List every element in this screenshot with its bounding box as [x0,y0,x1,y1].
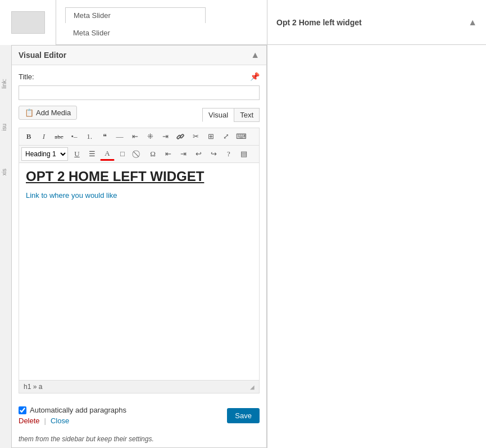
strikethrough-button[interactable]: abc [52,130,66,143]
add-media-button[interactable]: 📋 Add Media [19,106,77,120]
underline-button[interactable]: U [70,147,84,161]
horizontal-rule-button[interactable]: — [112,130,127,143]
title-input[interactable] [19,85,260,100]
right-panel [267,45,486,448]
keyboard-button[interactable]: ⌨ [234,130,248,143]
toolbar-row2: Heading 1 Heading 2 Heading 3 Paragraph … [19,146,259,163]
footer-left: Automatically add paragraphs Delete | Cl… [19,406,126,425]
left-strip: link: isu xis [0,45,11,448]
unlink-button[interactable]: ✂ [188,130,203,143]
logo-placeholder [11,11,45,34]
toolbar: B I abc •– 1. ❝ — ⇤ ⁜ ⇥ ✂ ⊞ ⤢ ⌨ [19,128,260,163]
toolbar-row1: B I abc •– 1. ❝ — ⇤ ⁜ ⇥ ✂ ⊞ ⤢ ⌨ [19,128,259,146]
content-link[interactable]: Link to where you would like [26,191,117,200]
italic-button[interactable]: I [37,130,51,143]
top-left-panel [0,0,56,45]
link-button[interactable] [173,130,188,143]
outdent-button[interactable]: ⇤ [161,147,175,161]
left-strip-label1: link: [1,79,7,89]
resize-handle[interactable]: ◢ [250,384,255,390]
content-heading: OPT 2 HOME LEFT WIDGET [26,169,252,184]
auto-para-label: Automatically add paragraphs [30,406,126,414]
meta-slider-panel: Meta Slider Meta Slider [56,0,267,45]
insert-table-button[interactable]: ⊞ [203,130,218,143]
ordered-list-button[interactable]: 1. [82,130,97,143]
separator: | [44,417,46,425]
unordered-list-button[interactable]: •– [67,130,81,143]
main-content: link: isu xis Visual Editor ▲ Title: 📌 📋… [0,45,486,448]
ve-header-collapse[interactable]: ▲ [251,50,260,60]
bottom-text: them from the sidebar but keep their set… [12,431,266,447]
meta-slider-tab-inactive[interactable]: Meta Slider [65,29,258,37]
title-label: Title: [19,73,34,81]
align-right-button[interactable]: ⇥ [158,130,172,143]
title-row: Title: 📌 [19,72,260,81]
auto-para-checkbox[interactable] [19,406,26,414]
ve-header-title: Visual Editor [19,51,66,60]
ve-body: Title: 📌 📋 Add Media Visual Text B [12,65,266,400]
toggle-visual-button[interactable]: Visual [202,108,234,122]
align-left-button[interactable]: ⇤ [128,130,142,143]
blockquote-button[interactable]: ❝ [97,130,112,143]
toggle-text-button[interactable]: Text [234,108,260,122]
delete-link[interactable]: Delete [19,417,40,425]
save-button[interactable]: Save [227,408,260,423]
indent-button[interactable]: ⇥ [176,147,190,161]
footer-area: Automatically add paragraphs Delete | Cl… [12,400,266,431]
source-button[interactable]: ▤ [237,147,251,161]
help-button[interactable]: ? [221,147,236,161]
undo-button[interactable]: ↩ [191,147,206,161]
add-media-label: Add Media [36,108,71,117]
fullscreen-button[interactable]: ⤢ [219,130,233,143]
ve-header: Visual Editor ▲ [12,46,266,65]
visual-text-toggle: Visual Text [202,108,260,122]
right-widget-header: Opt 2 Home left widget ▲ [267,0,486,45]
add-media-icon: 📋 [25,108,34,117]
justify-button[interactable]: ☰ [85,147,99,161]
title-icon: 📌 [250,72,260,81]
special-char-button[interactable]: Ω [146,147,160,161]
path-label: h1 » a [24,383,42,391]
visual-editor-panel: Visual Editor ▲ Title: 📌 📋 Add Media Vis… [11,45,267,448]
path-bar: h1 » a ◢ [19,381,260,393]
bold-button[interactable]: B [21,130,36,143]
left-strip-label3: xis [1,169,7,175]
auto-para-row: Automatically add paragraphs [19,406,126,414]
content-editable-area[interactable]: OPT 2 HOME LEFT WIDGET Link to where you… [19,163,260,381]
widget-collapse-arrow[interactable]: ▲ [468,17,477,28]
meta-slider-tab-active[interactable]: Meta Slider [65,7,206,23]
heading-select[interactable]: Heading 1 Heading 2 Heading 3 Paragraph [21,147,68,161]
left-strip-label2: isu [1,124,7,131]
clear-format-button[interactable]: ⃠ [130,147,145,161]
paste-button[interactable]: □ [115,147,130,161]
widget-title: Opt 2 Home left widget [276,18,362,27]
top-bar: Meta Slider Meta Slider Opt 2 Home left … [0,0,486,45]
close-link[interactable]: Close [51,417,69,425]
delete-close-row: Delete | Close [19,417,126,425]
text-color-button[interactable]: A [100,147,115,161]
add-media-row: 📋 Add Media Visual Text [19,106,260,124]
redo-button[interactable]: ↪ [206,147,221,161]
align-center-button[interactable]: ⁜ [143,130,157,143]
